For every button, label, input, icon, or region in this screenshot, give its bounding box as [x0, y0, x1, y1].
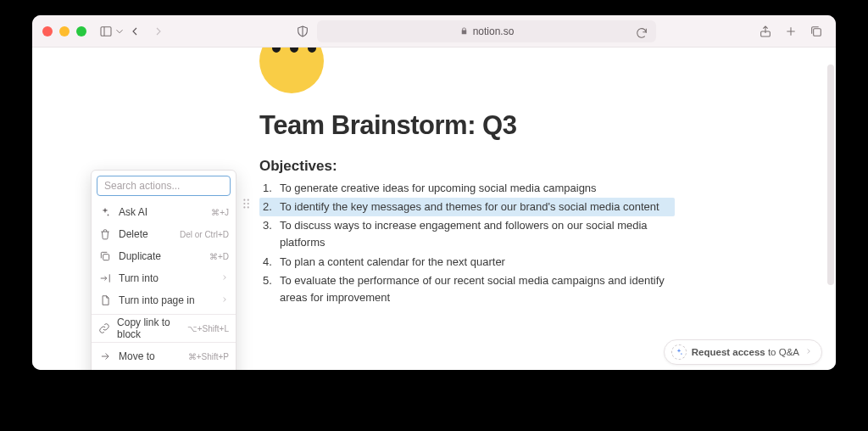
nav-forward-button[interactable] [149, 22, 168, 41]
chevron-right-icon [220, 272, 229, 284]
menu-item-ask-ai[interactable]: Ask AI⌘+J [92, 201, 236, 223]
trash-icon [98, 227, 112, 241]
duplicate-icon [98, 249, 112, 263]
svg-point-8 [248, 206, 249, 208]
chevron-right-icon [804, 347, 813, 357]
move-icon [98, 350, 112, 363]
page-title[interactable]: Team Brainstorm: Q3 [259, 110, 516, 141]
chevron-down-icon[interactable] [114, 22, 125, 41]
svg-point-7 [243, 206, 245, 208]
titlebar: notion.so [32, 15, 836, 48]
share-button[interactable] [756, 22, 775, 41]
objective-item[interactable]: 2.To identify the key messages and theme… [259, 198, 675, 216]
sparkle-icon [98, 205, 112, 219]
reload-button[interactable] [632, 24, 651, 42]
block-drag-handle[interactable] [242, 198, 252, 210]
objective-item[interactable]: 1.To generate creative ideas for upcomin… [259, 179, 675, 198]
address-bar[interactable]: notion.so [317, 20, 656, 42]
close-window-button[interactable] [42, 26, 53, 36]
toggle-sidebar-button[interactable] [97, 22, 115, 41]
page-emoji-icon[interactable] [259, 48, 324, 93]
turn-into-icon [98, 271, 112, 285]
lock-icon [459, 26, 469, 36]
tabs-overview-button[interactable] [807, 22, 826, 41]
svg-point-3 [243, 199, 245, 201]
objectives-list: 1.To generate creative ideas for upcomin… [259, 179, 675, 307]
request-access-qa-button[interactable]: Request access to Q&A [664, 339, 822, 365]
chevron-right-icon [220, 294, 229, 306]
svg-point-6 [248, 203, 249, 204]
page-content: Team Brainstorm: Q3 Objectives: 1.To gen… [32, 48, 836, 370]
svg-point-4 [248, 199, 249, 201]
page-icon [98, 294, 112, 307]
objective-item[interactable]: 3.To discuss ways to increase engagement… [259, 216, 675, 252]
browser-window: notion.so Team Brainstorm: Q3 Objectives… [32, 15, 836, 370]
svg-rect-9 [103, 255, 109, 260]
svg-rect-2 [814, 28, 821, 36]
svg-point-5 [243, 203, 245, 204]
menu-item-move-to[interactable]: Move to⌘+Shift+P [92, 345, 236, 367]
minimize-window-button[interactable] [59, 26, 70, 36]
menu-separator [92, 314, 236, 315]
maximize-window-button[interactable] [76, 26, 86, 36]
menu-item-copy-link-to-block[interactable]: Copy link to block⌥+Shift+L [92, 317, 236, 339]
nav-back-button[interactable] [125, 22, 144, 41]
sparkle-icon [671, 344, 687, 360]
menu-item-turn-into-page-in[interactable]: Turn into page in [92, 289, 236, 311]
menu-item-delete[interactable]: DeleteDel or Ctrl+D [92, 223, 236, 245]
url-host: notion.so [473, 25, 515, 37]
block-actions-menu: Search actions... Ask AI⌘+JDeleteDel or … [91, 170, 236, 370]
objective-item[interactable]: 5.To evaluate the performance of our rec… [259, 271, 675, 307]
svg-rect-0 [101, 26, 111, 36]
new-tab-button[interactable] [782, 22, 800, 41]
menu-item-duplicate[interactable]: Duplicate⌘+D [92, 245, 236, 267]
privacy-shield-icon[interactable] [293, 22, 312, 41]
scrollbar[interactable] [827, 64, 834, 285]
menu-separator [92, 342, 236, 343]
section-heading[interactable]: Objectives: [259, 158, 337, 175]
menu-item-turn-into[interactable]: Turn into [92, 267, 236, 289]
objective-item[interactable]: 4.To plan a content calendar for the nex… [259, 253, 675, 271]
window-controls [42, 26, 86, 36]
search-actions-input[interactable]: Search actions... [97, 176, 231, 196]
link-icon [98, 322, 110, 335]
